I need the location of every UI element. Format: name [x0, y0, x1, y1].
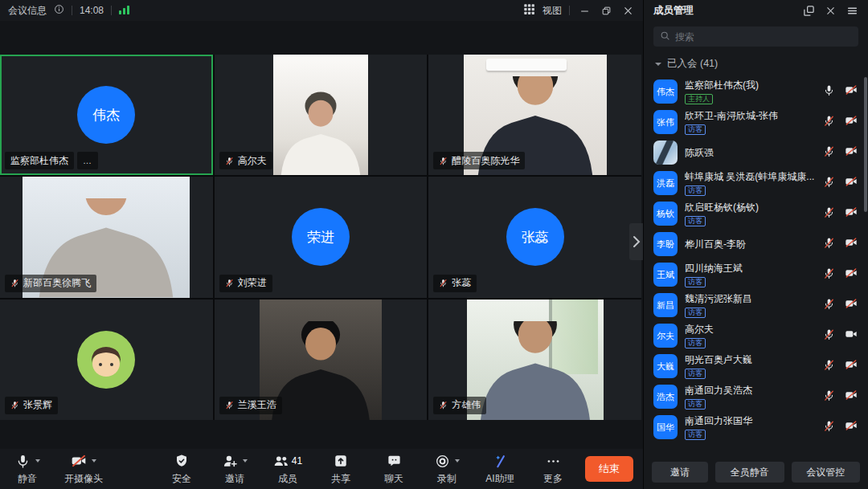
- toolbar-invite-button[interactable]: 邀请: [217, 453, 252, 486]
- shield-icon: [174, 453, 189, 470]
- toolbar-record-button[interactable]: 录制: [429, 453, 465, 486]
- muted-mic-icon[interactable]: [823, 359, 835, 374]
- chevron-down-icon[interactable]: [243, 459, 248, 463]
- chevron-down-icon[interactable]: [92, 459, 96, 463]
- member-row-7[interactable]: 王斌四川纳海王斌访客: [644, 259, 868, 290]
- member-row-11[interactable]: 浩杰南通回力吴浩杰访客: [644, 381, 868, 412]
- camera-icon[interactable]: [845, 328, 858, 344]
- muted-mic-icon[interactable]: [823, 420, 835, 435]
- member-row-8[interactable]: 新昌魏清污泥张新昌访客: [644, 290, 868, 320]
- member-panel-title: 成员管理: [653, 4, 694, 18]
- restore-button[interactable]: [599, 3, 613, 18]
- muted-mic-icon[interactable]: [823, 145, 835, 161]
- info-icon[interactable]: [54, 4, 64, 17]
- camera-off-icon[interactable]: [845, 358, 858, 374]
- meeting-app-window: 会议信息 14:08 视图 伟杰监察部杜伟杰…高尔夫醴陵百奥陈光华新邵百奥徐腾飞…: [0, 0, 868, 489]
- next-page-button[interactable]: [629, 223, 643, 260]
- participant-name-label: 醴陵百奥陈光华: [433, 152, 525, 169]
- camera-off-icon[interactable]: [845, 114, 858, 130]
- video-tile-3[interactable]: 醴陵百奥陈光华: [428, 55, 641, 175]
- camera-off-icon[interactable]: [845, 267, 858, 283]
- video-tile-7[interactable]: 张景辉: [0, 300, 213, 420]
- toolbar-members-button[interactable]: 41成员: [270, 453, 305, 486]
- view-button[interactable]: 视图: [542, 4, 562, 18]
- invite-button[interactable]: 邀请: [652, 462, 708, 483]
- role-badge: 访客: [685, 399, 706, 410]
- meeting-control-button[interactable]: 会议管控: [792, 462, 860, 483]
- muted-mic-icon[interactable]: [823, 237, 835, 252]
- member-name: 欣启旺杨钦(杨钦): [685, 201, 816, 214]
- close-button[interactable]: [620, 3, 635, 18]
- muted-mic-icon[interactable]: [823, 298, 835, 313]
- video-tile-6[interactable]: 张蕊张蕊: [428, 177, 641, 297]
- member-row-9[interactable]: 尔夫高尔夫访客: [644, 320, 868, 351]
- member-row-2[interactable]: 张伟欣环卫-南浔欣城-张伟访客: [644, 107, 868, 137]
- member-row-4[interactable]: 洪磊蚌埠康城 吴洪磊(蚌埠康城康...访客: [644, 168, 868, 198]
- avatar: 大巍: [653, 354, 678, 378]
- video-tile-2[interactable]: 高尔夫: [215, 55, 428, 175]
- video-tile-8[interactable]: 兰溪王浩: [215, 300, 428, 420]
- camera-off-icon[interactable]: [845, 206, 858, 222]
- member-row-3[interactable]: 陈跃强: [644, 137, 868, 168]
- camera-off-icon: [71, 453, 96, 470]
- meeting-info-button[interactable]: 会议信息: [8, 4, 47, 18]
- toolbar-camera-off-button[interactable]: 开摄像头: [64, 453, 103, 486]
- toolbar-shield-button[interactable]: 安全: [164, 453, 199, 486]
- video-tile-1[interactable]: 伟杰监察部杜伟杰…: [0, 55, 213, 175]
- tile-avatar-face: [77, 331, 135, 389]
- member-row-10[interactable]: 大巍明光百奥卢大巍访客: [644, 351, 868, 381]
- divider: [569, 6, 570, 15]
- camera-off-icon[interactable]: [845, 297, 858, 313]
- muted-mic-icon[interactable]: [823, 115, 835, 130]
- toolbar-chat-button[interactable]: 聊天: [376, 453, 411, 486]
- muted-mic-icon: [225, 401, 234, 410]
- mute-all-button[interactable]: 全员静音: [715, 462, 784, 483]
- search-input[interactable]: [675, 31, 852, 43]
- chevron-down-icon[interactable]: [455, 459, 460, 463]
- member-row-6[interactable]: 李盼桦川百奥-李盼: [644, 229, 868, 259]
- toolbar-more-button[interactable]: 更多: [535, 453, 571, 486]
- toolbar-ai-button[interactable]: AI助理: [482, 453, 518, 486]
- muted-mic-icon[interactable]: [823, 267, 835, 283]
- muted-mic-icon[interactable]: [823, 328, 835, 344]
- popout-icon[interactable]: [803, 5, 815, 17]
- more-options-button[interactable]: …: [77, 152, 98, 169]
- camera-off-icon[interactable]: [845, 145, 858, 161]
- panel-close-icon[interactable]: [825, 6, 836, 16]
- mic-icon[interactable]: [823, 84, 835, 100]
- video-tile-4[interactable]: 新邵百奥徐腾飞: [0, 177, 213, 297]
- muted-mic-icon[interactable]: [823, 176, 835, 191]
- video-grid: 伟杰监察部杜伟杰…高尔夫醴陵百奥陈光华新邵百奥徐腾飞荣进刘荣进张蕊张蕊张景辉兰溪…: [0, 55, 641, 420]
- member-row-12[interactable]: 国华南通回力张国华访客: [644, 412, 868, 442]
- role-badge: 访客: [685, 430, 706, 440]
- video-feed: [467, 300, 604, 420]
- avatar: 王斌: [653, 263, 678, 287]
- camera-off-icon[interactable]: [845, 175, 858, 191]
- toolbar-share-button[interactable]: 共享: [323, 453, 358, 486]
- minimize-button[interactable]: [577, 3, 592, 18]
- chevron-down-icon[interactable]: [35, 459, 40, 463]
- toolbar-mic-button[interactable]: 静音: [10, 453, 45, 486]
- member-row-5[interactable]: 杨钦欣启旺杨钦(杨钦)访客: [644, 198, 868, 229]
- video-tile-5[interactable]: 荣进刘荣进: [215, 177, 428, 297]
- muted-mic-icon[interactable]: [823, 389, 835, 405]
- layout-grid-icon[interactable]: [523, 3, 535, 18]
- panel-menu-icon[interactable]: [846, 6, 858, 16]
- network-signal-icon: [119, 5, 130, 17]
- camera-off-icon[interactable]: [845, 236, 858, 252]
- joined-section-header[interactable]: 已入会 (41): [655, 57, 857, 71]
- search-box[interactable]: [653, 26, 858, 47]
- participant-name-label: 监察部杜伟杰: [5, 152, 74, 169]
- camera-off-icon[interactable]: [845, 389, 858, 405]
- muted-mic-icon[interactable]: [823, 206, 835, 222]
- camera-off-icon[interactable]: [845, 84, 858, 100]
- camera-off-icon[interactable]: [845, 419, 858, 435]
- toolbar-label: 安全: [172, 472, 191, 486]
- video-tile-9[interactable]: 方雄伟: [428, 300, 641, 420]
- member-row-1[interactable]: 伟杰监察部杜伟杰(我)主持人: [644, 76, 868, 107]
- member-name: 南通回力张国华: [685, 414, 816, 428]
- avatar-photo: [653, 141, 678, 165]
- person-silhouette: [273, 76, 368, 175]
- scrollbar-thumb[interactable]: [864, 77, 867, 212]
- end-meeting-button[interactable]: 结束: [585, 456, 633, 482]
